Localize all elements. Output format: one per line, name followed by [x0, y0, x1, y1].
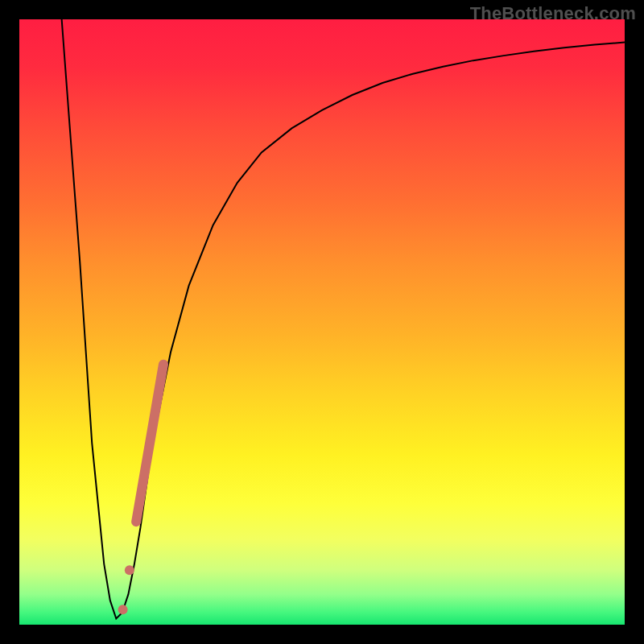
plot-area [19, 19, 625, 625]
marker-highlight-dot-lower [125, 565, 134, 575]
marker-highlight-dot-bottom [118, 605, 128, 614]
watermark-text: TheBottleneck.com [470, 3, 636, 24]
series-highlight-segment [136, 365, 163, 522]
curve-layer [62, 19, 625, 618]
chart-frame: TheBottleneck.com [0, 0, 644, 644]
series-curve [62, 19, 625, 618]
chart-svg [19, 19, 625, 625]
highlight-layer [118, 365, 163, 615]
